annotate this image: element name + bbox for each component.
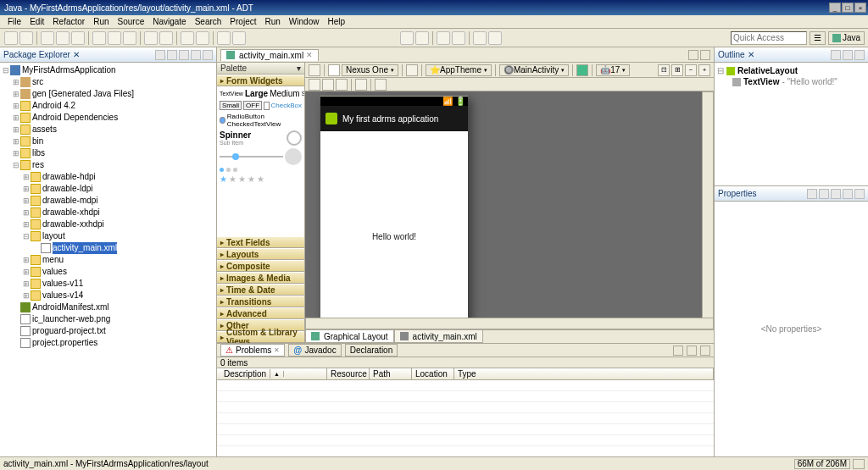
widget-textview[interactable]: TextView (220, 91, 243, 97)
new-pkg-button[interactable] (144, 31, 158, 45)
tool-btn-r3[interactable] (437, 31, 450, 45)
palette-section[interactable]: ▸Layouts (217, 248, 304, 260)
minimize-icon[interactable] (843, 50, 853, 60)
tool-btn-r1[interactable] (400, 31, 414, 45)
tree-item[interactable]: ⊞drawable-mdpi (2, 195, 214, 207)
palette-section[interactable]: ▸Advanced (217, 307, 304, 319)
close-icon[interactable]: ✕ (274, 346, 280, 354)
debug-button[interactable] (92, 31, 106, 45)
menu-window[interactable]: Window (285, 17, 324, 26)
tool-btn-1[interactable] (217, 31, 231, 45)
api-dropdown[interactable]: 🤖 17 (596, 64, 630, 76)
minimize-editor-icon[interactable] (688, 50, 698, 60)
new-button[interactable] (4, 31, 18, 45)
orientation-icon[interactable] (406, 64, 418, 76)
tool-btn-r2[interactable] (415, 31, 429, 45)
view-menu-icon[interactable] (673, 346, 683, 356)
tree-item[interactable]: ⊞Android 4.2 (2, 100, 214, 112)
widget-radio-icon[interactable] (220, 117, 225, 124)
canvas-tool-1[interactable] (309, 79, 320, 91)
source-tab[interactable]: activity_main.xml (394, 330, 483, 343)
widget-radio[interactable]: RadioButton CheckedTextView (227, 113, 302, 128)
menu-project[interactable]: Project (225, 17, 260, 26)
minimize-icon[interactable] (843, 189, 853, 199)
menu-run2[interactable]: Run (260, 17, 284, 26)
close-button[interactable]: × (854, 3, 866, 13)
menu-run[interactable]: Run (89, 17, 113, 26)
tree-item[interactable]: ⊞src (2, 76, 214, 88)
javadoc-tab[interactable]: @Javadoc (288, 344, 341, 357)
widget-medium[interactable]: Medium (270, 89, 300, 98)
widget-small-button[interactable]: Small (220, 101, 242, 110)
activity-dropdown[interactable]: 🔘 MainActivity (499, 64, 569, 76)
device-preview[interactable]: 📶🔋 My first adrms application Hello worl… (320, 96, 468, 329)
outline-tree[interactable]: ⊟RelativeLayout TextView - "Hello world!… (715, 63, 868, 185)
heap-status[interactable]: 66M of 206M (794, 459, 850, 469)
package-explorer-tree[interactable]: ⊟MyFirstAdrmsApplication ⊞src⊞gen [Gener… (0, 63, 216, 456)
close-icon[interactable]: ✕ (73, 50, 80, 59)
col-path[interactable]: Path (370, 368, 412, 379)
prop-tool-3[interactable] (831, 189, 841, 199)
tool-btn-r4[interactable] (452, 31, 465, 45)
tool-button[interactable] (123, 31, 136, 45)
prop-tool-2[interactable] (819, 189, 829, 199)
canvas-tool-3[interactable] (336, 79, 348, 91)
problems-tab[interactable]: ⚠Problems✕ (220, 344, 285, 357)
tree-item[interactable]: ⊟layout (2, 230, 214, 242)
close-icon[interactable]: ✕ (748, 50, 754, 59)
tree-item[interactable]: ⊞drawable-xhdpi (2, 207, 214, 218)
forward-button[interactable] (488, 31, 502, 45)
maximize-button[interactable]: □ (842, 3, 854, 13)
tree-item[interactable]: ⊞drawable-xxhdpi (2, 218, 214, 230)
tree-item[interactable]: ic_launcher-web.png (2, 313, 214, 325)
zoom-out-icon[interactable]: − (685, 64, 697, 76)
tree-item[interactable]: ⊞menu (2, 254, 214, 266)
maximize-icon[interactable] (700, 346, 710, 356)
run-button[interactable] (108, 31, 121, 45)
tree-item[interactable]: ⊞assets (2, 124, 214, 135)
widget-ratingbar[interactable]: ★★★★★ (220, 174, 302, 184)
tree-item[interactable]: ⊞drawable-ldpi (2, 183, 214, 195)
avd-button[interactable] (56, 31, 70, 45)
menu-edit[interactable]: Edit (25, 17, 48, 26)
widget-spinner[interactable]: Spinner (220, 130, 251, 140)
search-button[interactable] (196, 31, 209, 45)
minimize-icon[interactable] (191, 50, 201, 60)
declaration-tab[interactable]: Declaration (345, 344, 398, 357)
maximize-icon[interactable] (203, 50, 213, 60)
lint-button[interactable] (71, 31, 85, 45)
widget-off-button[interactable]: OFF (243, 101, 262, 110)
widget-page-indicator[interactable] (220, 168, 237, 172)
open-type-button[interactable] (181, 31, 194, 45)
outline-child[interactable]: TextView - "Hello world!" (717, 76, 865, 87)
tree-item[interactable]: ⊞drawable-hdpi (2, 171, 214, 183)
palette-section-form-widgets[interactable]: ▸Form Widgets (217, 75, 304, 86)
quick-access-input[interactable] (731, 31, 807, 45)
tree-item[interactable]: ⊞Android Dependencies (2, 112, 214, 124)
col-description[interactable]: Description ▲ (217, 368, 327, 379)
project-root[interactable]: ⊟MyFirstAdrmsApplication (2, 64, 214, 76)
widget-checkbox[interactable]: CheckBox (271, 102, 302, 109)
graphical-layout-tab[interactable]: Graphical Layout (305, 330, 394, 343)
zoom-in-icon[interactable]: + (698, 64, 710, 76)
palette-section[interactable]: ▸Text Fields (217, 236, 304, 248)
col-location[interactable]: Location (412, 368, 454, 379)
editor-tab[interactable]: activity_main.xml✕ (220, 49, 319, 61)
theme-dropdown[interactable]: ⭐ AppTheme (426, 64, 492, 76)
java-perspective[interactable]: Java (828, 31, 865, 45)
tree-item[interactable]: ⊟res (2, 159, 214, 171)
palette-section[interactable]: ▸Time & Date (217, 284, 304, 296)
refresh-icon[interactable] (309, 64, 320, 76)
palette-section[interactable]: ▸Custom & Library Views (217, 331, 304, 343)
view-menu-icon[interactable] (179, 50, 189, 60)
widget-checkbox-icon[interactable] (264, 102, 270, 110)
menu-search[interactable]: Search (191, 17, 226, 26)
palette-section[interactable]: ▸Composite (217, 260, 304, 272)
maximize-icon[interactable] (854, 50, 865, 60)
tree-item[interactable]: ⊞gen [Generated Java Files] (2, 88, 214, 100)
canvas-tool-5[interactable] (375, 79, 387, 91)
menu-source[interactable]: Source (114, 17, 149, 26)
tool-btn-2[interactable] (232, 31, 246, 45)
minimize-button[interactable]: _ (829, 3, 841, 13)
tree-item[interactable]: ⊞values-v14 (2, 290, 214, 301)
